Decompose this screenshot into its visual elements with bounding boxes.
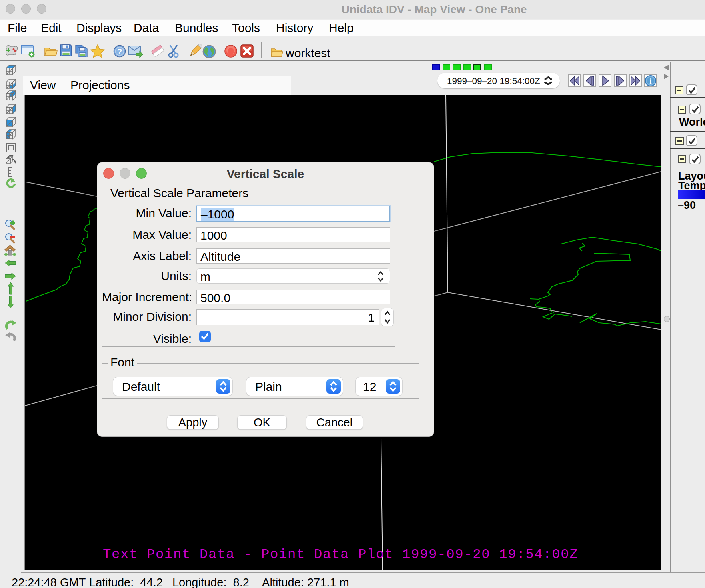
svg-text:Text Point Data - Point Data P: Text Point Data - Point Data Plot 1999-0…	[103, 547, 578, 562]
svg-text:?: ?	[117, 47, 122, 56]
svg-text:i: i	[649, 77, 651, 85]
